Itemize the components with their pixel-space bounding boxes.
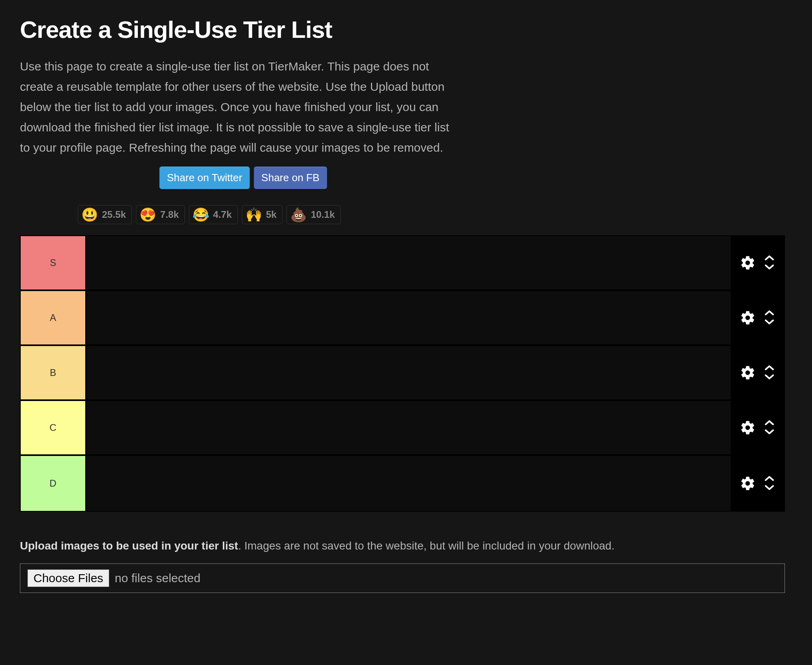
choose-files-button[interactable]: Choose Files xyxy=(27,569,109,587)
chevron-up-icon[interactable] xyxy=(764,365,775,371)
chevron-down-icon[interactable] xyxy=(764,374,775,381)
tier-label[interactable]: B xyxy=(21,346,87,399)
reaction-pill[interactable]: 😍7.8k xyxy=(136,205,185,224)
gear-icon[interactable] xyxy=(740,310,756,326)
file-picker[interactable]: Choose Files no files selected xyxy=(20,563,785,593)
arrow-stack xyxy=(764,365,775,381)
tier-controls xyxy=(731,346,784,399)
arrow-stack xyxy=(764,475,775,491)
share-twitter-button[interactable]: Share on Twitter xyxy=(159,166,250,189)
page-description: Use this page to create a single-use tie… xyxy=(20,56,452,158)
tier-label[interactable]: A xyxy=(21,291,87,344)
chevron-down-icon[interactable] xyxy=(764,264,775,271)
reaction-emoji-icon: 😍 xyxy=(139,208,156,221)
gear-icon[interactable] xyxy=(740,420,756,436)
chevron-up-icon[interactable] xyxy=(764,310,775,316)
tier-list: SABCD xyxy=(20,235,785,512)
tier-row: B xyxy=(21,346,784,401)
reaction-count: 4.7k xyxy=(213,209,232,220)
reaction-count: 10.1k xyxy=(311,209,335,220)
reaction-pill[interactable]: 🙌5k xyxy=(242,205,283,224)
chevron-down-icon[interactable] xyxy=(764,429,775,436)
reactions-bar: 😃25.5k😍7.8k😂4.7k🙌5k💩10.1k xyxy=(78,205,785,224)
upload-note-bold: Upload images to be used in your tier li… xyxy=(20,540,238,552)
tier-dropzone[interactable] xyxy=(87,291,731,344)
tier-dropzone[interactable] xyxy=(87,401,731,454)
tier-row: D xyxy=(21,456,784,511)
gear-icon[interactable] xyxy=(740,255,756,271)
tier-row: C xyxy=(21,401,784,456)
gear-icon[interactable] xyxy=(740,475,756,491)
tier-row: S xyxy=(21,236,784,291)
tier-controls xyxy=(731,236,784,289)
reaction-count: 25.5k xyxy=(102,209,126,220)
reaction-emoji-icon: 💩 xyxy=(290,208,307,221)
reaction-pill[interactable]: 😂4.7k xyxy=(189,205,238,224)
reaction-emoji-icon: 🙌 xyxy=(245,208,262,221)
tier-dropzone[interactable] xyxy=(87,456,731,511)
tier-label[interactable]: C xyxy=(21,401,87,454)
chevron-down-icon[interactable] xyxy=(764,319,775,326)
arrow-stack xyxy=(764,420,775,436)
tier-row: A xyxy=(21,291,784,346)
tier-label[interactable]: S xyxy=(21,236,87,289)
chevron-down-icon[interactable] xyxy=(764,485,775,491)
share-buttons: Share on Twitter Share on FB xyxy=(159,166,785,189)
arrow-stack xyxy=(764,255,775,271)
tier-controls xyxy=(731,401,784,454)
reaction-pill[interactable]: 😃25.5k xyxy=(78,205,132,224)
page-title: Create a Single-Use Tier List xyxy=(20,16,785,43)
tier-controls xyxy=(731,291,784,344)
share-facebook-button[interactable]: Share on FB xyxy=(254,166,327,189)
reaction-emoji-icon: 😂 xyxy=(192,208,209,221)
tier-label[interactable]: D xyxy=(21,456,87,511)
reaction-count: 5k xyxy=(266,209,277,220)
upload-note-rest: . Images are not saved to the website, b… xyxy=(238,540,615,552)
file-status: no files selected xyxy=(115,571,200,585)
tier-controls xyxy=(731,456,784,511)
reaction-emoji-icon: 😃 xyxy=(81,208,98,221)
chevron-up-icon[interactable] xyxy=(764,420,775,426)
reaction-pill[interactable]: 💩10.1k xyxy=(286,205,341,224)
tier-dropzone[interactable] xyxy=(87,346,731,399)
chevron-up-icon[interactable] xyxy=(764,475,775,482)
gear-icon[interactable] xyxy=(740,365,756,381)
upload-note: Upload images to be used in your tier li… xyxy=(20,540,785,552)
tier-dropzone[interactable] xyxy=(87,236,731,289)
arrow-stack xyxy=(764,310,775,326)
chevron-up-icon[interactable] xyxy=(764,255,775,261)
reaction-count: 7.8k xyxy=(160,209,179,220)
